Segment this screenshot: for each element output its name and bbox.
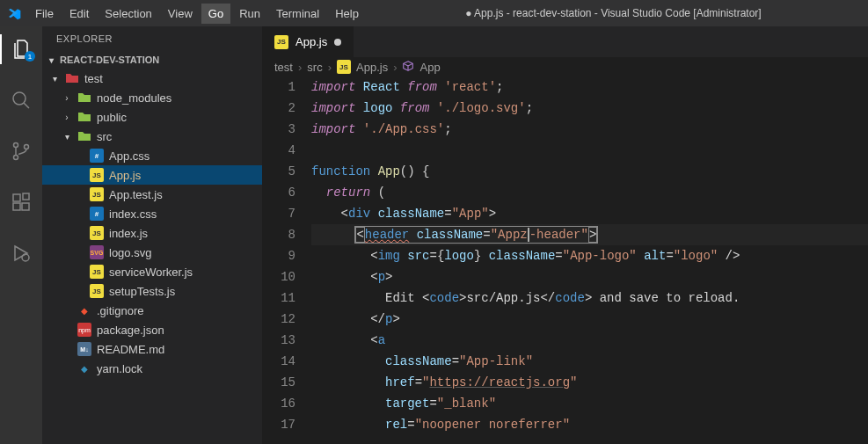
code-line[interactable]: <div className="App"> [311, 203, 868, 224]
chevron-right-icon: › [298, 61, 302, 74]
svg-rect-8 [23, 193, 29, 200]
tree-item[interactable]: ▾src [42, 127, 262, 146]
breadcrumb-item[interactable]: test [274, 61, 293, 74]
code-line[interactable]: import React from 'react'; [311, 76, 868, 98]
line-number: 1 [262, 76, 295, 98]
source-control-activity[interactable] [0, 134, 42, 169]
tree-item-label: serviceWorker.js [109, 266, 193, 279]
line-gutter: 1234567891011121314151617 [262, 76, 311, 444]
tree-item[interactable]: JSsetupTests.js [42, 281, 262, 301]
tree-item[interactable]: JSApp.js [42, 165, 262, 185]
folder-icon [77, 91, 91, 105]
menu-view[interactable]: View [161, 4, 200, 24]
js-file-icon: JS [90, 265, 104, 279]
chevron-right-icon: › [393, 61, 397, 74]
line-number: 12 [262, 309, 295, 330]
vscode-icon [7, 6, 21, 20]
line-number: 3 [262, 119, 295, 140]
extensions-icon [11, 192, 32, 213]
tree-item[interactable]: JSserviceWorker.js [42, 262, 262, 281]
tree-item[interactable]: #index.css [42, 204, 262, 223]
chevron-down-icon: ▾ [62, 132, 72, 142]
npm-file-icon: npm [77, 323, 91, 337]
svg-point-3 [14, 156, 18, 160]
explorer-activity[interactable]: 1 [0, 32, 42, 67]
folder-icon [77, 110, 91, 124]
tree-item-label: test [84, 72, 103, 85]
breadcrumb-item[interactable]: App.js [356, 61, 388, 74]
js-file-icon: JS [337, 60, 351, 74]
menu-file[interactable]: File [28, 4, 61, 24]
chevron-right-icon: › [62, 113, 72, 122]
code-line[interactable]: <img src={logo} className="App-logo" alt… [311, 245, 868, 266]
folder-icon [77, 129, 91, 143]
tree-item[interactable]: JSindex.js [42, 223, 262, 243]
run-debug-activity[interactable] [0, 236, 42, 271]
code-line[interactable]: return ( [311, 182, 868, 203]
code-editor[interactable]: 1234567891011121314151617 import React f… [262, 76, 868, 444]
js-file-icon: JS [274, 35, 288, 49]
code-line[interactable]: import logo from './logo.svg'; [311, 98, 868, 119]
svg-line-1 [24, 103, 29, 108]
tree-item-label: App.test.js [109, 188, 163, 201]
tree-item[interactable]: M↓README.md [42, 339, 262, 359]
tree-item[interactable]: JSApp.test.js [42, 185, 262, 204]
tree-item[interactable]: ›node_modules [42, 88, 262, 107]
menu-selection[interactable]: Selection [98, 4, 158, 24]
explorer-sidebar: EXPLORER ▾ REACT-DEV-STATION ▾test›node_… [42, 26, 262, 444]
tree-item[interactable]: ◆yarn.lock [42, 359, 262, 378]
play-bug-icon [11, 243, 32, 264]
tab-app-js[interactable]: JS App.js [262, 26, 354, 57]
menu-go[interactable]: Go [201, 4, 230, 24]
svg-point-9 [22, 254, 29, 261]
editor-group: JS App.js test›src›JSApp.js›App 12345678… [262, 26, 868, 444]
tree-item-label: setupTests.js [109, 285, 175, 298]
code-line[interactable]: import './App.css'; [311, 119, 868, 140]
code-line[interactable]: Edit <code>src/App.js</code> and save to… [311, 288, 868, 309]
svg-point-4 [25, 145, 29, 149]
tree-item[interactable]: ▾test [42, 69, 262, 88]
tree-item[interactable]: #App.css [42, 146, 262, 165]
extensions-activity[interactable] [0, 185, 42, 220]
tab-strip: JS App.js [262, 26, 868, 57]
tree-item[interactable]: npmpackage.json [42, 320, 262, 339]
file-tree: ▾test›node_modules›public▾src#App.cssJSA… [42, 69, 262, 444]
search-activity[interactable] [0, 83, 42, 118]
tree-item[interactable]: SVGlogo.svg [42, 243, 262, 262]
js-file-icon: JS [90, 226, 104, 240]
code-line[interactable]: className="App-link" [311, 351, 868, 372]
code-line[interactable]: <a [311, 330, 868, 351]
symbol-class-icon [402, 60, 414, 75]
code-line[interactable]: <header className="Appz-header"> [311, 224, 868, 245]
code-content[interactable]: import React from 'react';import logo fr… [311, 76, 868, 444]
tree-item-label: node_modules [97, 91, 171, 105]
breadcrumb-item[interactable]: App [419, 61, 440, 74]
code-line[interactable]: function App() { [311, 161, 868, 182]
code-line[interactable] [311, 140, 868, 161]
titlebar: FileEditSelectionViewGoRunTerminalHelp ●… [0, 0, 868, 26]
tree-item-label: package.json [97, 324, 164, 337]
css-file-icon: # [90, 207, 104, 221]
code-line[interactable]: <p> [311, 266, 868, 288]
menu-run[interactable]: Run [232, 4, 267, 24]
code-line[interactable]: target="_blank" [311, 393, 868, 414]
menu-edit[interactable]: Edit [62, 4, 96, 24]
tree-item-label: src [97, 130, 112, 143]
breadcrumb-item[interactable]: src [307, 61, 322, 74]
code-line[interactable]: </p> [311, 309, 868, 330]
tree-item-label: yarn.lock [97, 362, 142, 375]
sidebar-header: EXPLORER [42, 26, 262, 51]
tree-item-label: index.css [109, 207, 157, 221]
breadcrumbs[interactable]: test›src›JSApp.js›App [262, 57, 868, 76]
tree-item[interactable]: ›public [42, 107, 262, 127]
line-number: 13 [262, 330, 295, 351]
code-line[interactable]: rel="noopener noreferrer" [311, 414, 868, 435]
project-title-row[interactable]: ▾ REACT-DEV-STATION [42, 51, 262, 69]
line-number: 2 [262, 98, 295, 119]
menu-terminal[interactable]: Terminal [269, 4, 326, 24]
tree-item[interactable]: ◆.gitignore [42, 301, 262, 320]
code-line[interactable]: href="https://reactjs.org" [311, 372, 868, 393]
tab-label: App.js [295, 35, 327, 48]
menu-help[interactable]: Help [328, 4, 366, 24]
line-number: 4 [262, 140, 295, 161]
